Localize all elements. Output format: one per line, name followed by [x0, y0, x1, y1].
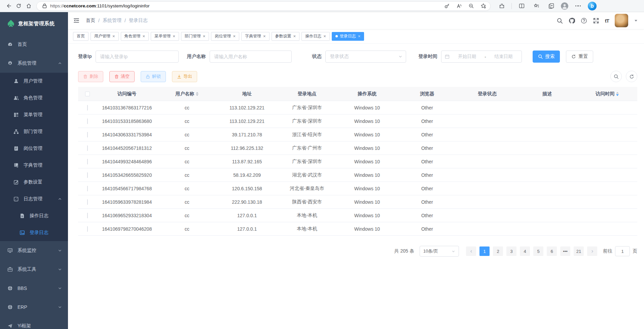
tab-close-icon[interactable]: × [293, 34, 296, 38]
prev-page-button[interactable] [466, 246, 476, 256]
sidebar-item[interactable]: 字典管理 [0, 157, 68, 174]
avatar-dropdown-caret-icon[interactable] [635, 20, 637, 22]
tab-参数设置[interactable]: 参数设置× [272, 32, 300, 41]
breadcrumb-home[interactable]: 首页 [86, 18, 95, 24]
show-search-toggle-button[interactable] [610, 71, 622, 82]
more-pages-button[interactable]: ••• [560, 246, 570, 256]
browser-profile-avatar[interactable] [561, 2, 568, 10]
header-search-icon[interactable] [557, 18, 563, 24]
tab-角色管理[interactable]: 角色管理× [121, 32, 149, 41]
row-checkbox[interactable] [87, 145, 88, 151]
github-icon[interactable] [569, 18, 575, 24]
sidebar-item[interactable]: 首页 [0, 35, 68, 54]
row-checkbox[interactable] [87, 159, 88, 164]
row-checkbox[interactable] [87, 213, 88, 218]
row-checkbox[interactable] [87, 119, 88, 124]
tab-部门管理[interactable]: 部门管理× [181, 32, 209, 41]
user-avatar[interactable] [615, 14, 628, 27]
tab-close-icon[interactable]: × [203, 34, 206, 38]
extensions-puzzle-icon[interactable] [497, 1, 507, 11]
browser-back-icon[interactable] [3, 1, 13, 11]
sidebar-item[interactable]: 操作日志 [0, 207, 68, 224]
password-key-icon[interactable] [443, 2, 451, 10]
page-button-5[interactable]: 5 [533, 246, 543, 256]
bing-copilot-icon[interactable]: b [588, 2, 597, 10]
sidebar-item[interactable]: 岗位管理 [0, 140, 68, 157]
sidebar-item[interactable]: 日志管理 [0, 191, 68, 207]
browser-home-icon[interactable] [24, 1, 34, 11]
sidebar-item[interactable]: Yi框架 [0, 317, 68, 329]
goto-page-input[interactable] [615, 246, 630, 256]
add-favorite-star-icon[interactable] [479, 2, 487, 10]
sort-caret-icon[interactable] [616, 92, 619, 96]
export-button[interactable]: 导出 [172, 71, 197, 82]
sidebar-item[interactable]: 系统工具 [0, 260, 68, 279]
tab-close-icon[interactable]: × [112, 34, 115, 38]
unlock-button[interactable]: 解锁 [141, 71, 166, 82]
row-checkbox[interactable] [87, 172, 88, 178]
fullscreen-icon[interactable] [593, 18, 599, 24]
sidebar-item[interactable]: 系统监控 [0, 241, 68, 260]
row-checkbox[interactable] [87, 226, 88, 232]
favorites-list-icon[interactable] [531, 1, 541, 11]
delete-button[interactable]: 删除 [78, 71, 103, 82]
row-checkbox[interactable] [87, 199, 88, 205]
page-button-6[interactable]: 6 [547, 246, 557, 256]
page-button-3[interactable]: 3 [506, 246, 516, 256]
sidebar-item[interactable]: 系统管理 [0, 54, 68, 73]
browser-refresh-icon[interactable] [13, 1, 24, 11]
tab-close-icon[interactable]: × [143, 34, 145, 38]
collections-icon[interactable] [546, 1, 556, 11]
column-header[interactable]: 访问时间 [577, 91, 637, 97]
next-page-button[interactable] [587, 246, 597, 256]
address-bar[interactable]: https://ccnetcore.com:1101/system/log/lo… [36, 1, 491, 11]
tab-首页[interactable]: 首页 [73, 32, 88, 41]
page-button-1[interactable]: 1 [479, 246, 490, 256]
search-button[interactable]: 搜索 [533, 51, 560, 63]
sidebar-item[interactable]: 部门管理 [0, 123, 68, 140]
login-ip-input[interactable] [96, 51, 179, 63]
reset-button[interactable]: 重置 [566, 51, 593, 63]
font-size-icon[interactable]: tT [605, 18, 609, 24]
sidebar-item[interactable]: 菜单管理 [0, 106, 68, 123]
row-checkbox[interactable] [87, 186, 88, 191]
sidebar-item[interactable]: 参数设置 [0, 174, 68, 191]
clear-button[interactable]: 清空 [109, 71, 135, 82]
breadcrumb-system[interactable]: 系统管理 [103, 18, 121, 24]
refresh-table-button[interactable] [626, 71, 637, 82]
sidebar-item[interactable]: 角色管理 [0, 90, 68, 106]
tab-岗位管理[interactable]: 岗位管理× [211, 32, 239, 41]
row-checkbox[interactable] [87, 132, 88, 137]
sidebar-item[interactable]: 用户管理 [0, 73, 68, 90]
tab-close-icon[interactable]: × [358, 34, 361, 38]
sidebar-item[interactable]: BBS [0, 279, 68, 298]
select-all-checkbox[interactable] [85, 92, 90, 96]
browser-settings-more-icon[interactable] [573, 1, 583, 11]
status-select[interactable]: 登录状态 [325, 51, 406, 63]
tab-登录日志[interactable]: 登录日志× [332, 32, 364, 41]
sidebar-item[interactable]: ERP [0, 298, 68, 317]
column-header[interactable]: 用户名称 [157, 91, 217, 97]
tab-用户管理[interactable]: 用户管理× [91, 32, 119, 41]
page-button-2[interactable]: 2 [493, 246, 503, 256]
tab-字典管理[interactable]: 字典管理× [241, 32, 270, 41]
zoom-out-icon[interactable] [467, 2, 475, 10]
tab-操作日志[interactable]: 操作日志× [301, 32, 330, 41]
page-size-select[interactable]: 10条/页 [420, 246, 459, 257]
tab-close-icon[interactable]: × [173, 34, 175, 38]
sidebar-item[interactable]: 登录日志 [0, 224, 68, 241]
site-permissions-lock-icon[interactable] [41, 3, 47, 9]
menu-fold-icon[interactable] [73, 17, 80, 24]
date-range-picker[interactable]: 开始日期 - 结束日期 [441, 51, 522, 63]
tab-菜单管理[interactable]: 菜单管理× [151, 32, 179, 41]
tab-close-icon[interactable]: × [323, 34, 326, 38]
tab-close-icon[interactable]: × [263, 34, 266, 38]
split-screen-icon[interactable] [516, 1, 527, 11]
help-icon[interactable] [581, 18, 587, 24]
username-input[interactable] [210, 51, 292, 63]
page-button-21[interactable]: 21 [574, 246, 584, 256]
sort-caret-icon[interactable] [196, 92, 199, 96]
row-checkbox[interactable] [87, 105, 88, 110]
tab-close-icon[interactable]: × [233, 34, 236, 38]
read-aloud-icon[interactable] [455, 2, 463, 10]
